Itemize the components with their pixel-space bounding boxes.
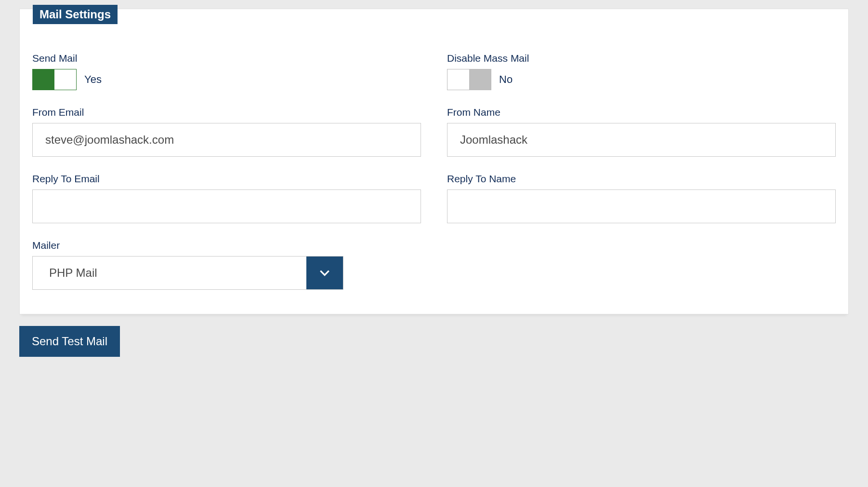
mail-settings-panel: Mail Settings Send Mail Yes [19,9,849,314]
field-send-mail: Send Mail Yes [32,53,421,90]
reply-to-name-input[interactable] [447,189,836,223]
disable-mass-mail-state-label: No [499,73,513,86]
mailer-label: Mailer [32,240,421,251]
panel-title: Mail Settings [33,5,118,24]
mailer-select[interactable]: PHP Mail [32,256,343,290]
send-mail-state-label: Yes [84,73,102,86]
from-email-input[interactable] [32,123,421,157]
reply-to-email-input[interactable] [32,189,421,223]
reply-to-email-label: Reply To Email [32,173,421,185]
send-test-mail-button[interactable]: Send Test Mail [19,326,120,357]
reply-to-name-label: Reply To Name [447,173,836,185]
chevron-down-icon [306,257,343,289]
send-mail-toggle[interactable] [32,69,77,90]
field-reply-to-email: Reply To Email [32,173,421,223]
field-mailer: Mailer PHP Mail [32,240,421,290]
field-from-email: From Email [32,107,421,157]
field-disable-mass-mail: Disable Mass Mail No [447,53,836,90]
disable-mass-mail-label: Disable Mass Mail [447,53,836,64]
send-mail-label: Send Mail [32,53,421,64]
from-email-label: From Email [32,107,421,118]
field-from-name: From Name [447,107,836,157]
from-name-label: From Name [447,107,836,118]
mailer-selected-value: PHP Mail [33,257,306,289]
field-reply-to-name: Reply To Name [447,173,836,223]
from-name-input[interactable] [447,123,836,157]
disable-mass-mail-toggle[interactable] [447,69,491,90]
